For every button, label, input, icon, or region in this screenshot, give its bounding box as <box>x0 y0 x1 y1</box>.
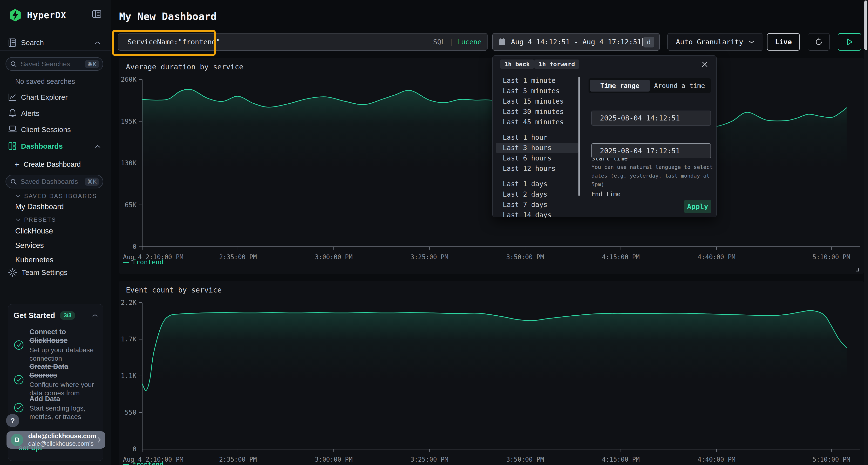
task-title: Connect to ClickHouse <box>29 328 67 344</box>
preset-dashboard-item[interactable]: Services <box>15 240 54 251</box>
tab-time-range[interactable]: Time range <box>590 80 650 92</box>
time-range-option[interactable]: Last 2 days <box>496 189 579 199</box>
time-range-value: Aug 4 14:12:51 - Aug 4 17:12:51 <box>511 38 641 46</box>
panel-resize-handle[interactable] <box>855 267 859 272</box>
time-range-option[interactable]: Last 5 minutes <box>496 86 579 96</box>
sidebar-item-client-sessions[interactable]: Client Sessions <box>0 123 111 137</box>
chart-legend[interactable]: frontend <box>123 258 163 266</box>
shift-back-button[interactable]: 1h back <box>500 60 534 69</box>
time-range-option[interactable]: Last 1 days <box>496 179 579 189</box>
saved-dashboards-search[interactable]: ⌘K <box>5 175 103 189</box>
sidebar-item-team-settings[interactable]: Team Settings <box>0 266 111 279</box>
query-input[interactable] <box>118 38 433 46</box>
task-desc: Set up your database connection <box>29 346 97 363</box>
close-icon[interactable] <box>701 61 709 68</box>
time-range-option[interactable]: Last 1 minute <box>496 75 579 86</box>
svg-text:4:15:00 PM: 4:15:00 PM <box>602 456 640 463</box>
calendar-icon <box>498 38 506 46</box>
logo-row: HyperDX <box>9 9 66 22</box>
page-scrollbar-thumb[interactable] <box>864 0 867 50</box>
time-range-option[interactable]: Last 12 hours <box>496 163 579 174</box>
chevron-up-icon <box>92 314 98 317</box>
tab-around-a-time[interactable]: Around a time <box>650 80 710 92</box>
section-presets[interactable]: PRESETS <box>16 217 56 223</box>
create-dashboard-button[interactable]: + Create Dashboard <box>14 159 106 170</box>
list-scrollbar-thumb[interactable] <box>579 77 580 196</box>
svg-text:3:50:00 PM: 3:50:00 PM <box>506 254 544 261</box>
svg-text:195K: 195K <box>121 118 137 125</box>
get-started-badge: 3/3 <box>60 311 75 320</box>
saved-searches-search[interactable]: ⌘K <box>5 57 103 71</box>
chart-panel-events: Event count by service 2.2K1.7K1.1K5500A… <box>119 281 864 465</box>
saved-dashboard-item[interactable]: My Dashboard <box>15 202 64 211</box>
svg-text:5:10:00 PM: 5:10:00 PM <box>812 456 850 463</box>
legend-swatch <box>123 262 129 263</box>
sidebar-item-label: Dashboards <box>21 142 63 150</box>
sidebar-item-dashboards[interactable]: Dashboards <box>0 139 111 154</box>
play-button[interactable] <box>838 33 861 51</box>
preset-dashboard-item[interactable]: ClickHouse <box>15 226 54 236</box>
dashboards-icon <box>8 142 17 150</box>
svg-text:2:35:00 PM: 2:35:00 PM <box>219 456 257 463</box>
get-started-title: Get Started <box>13 311 55 320</box>
preset-dashboard-item[interactable]: Kubernetes <box>15 255 54 265</box>
live-label: Live <box>775 38 792 46</box>
time-range-option[interactable]: Last 1 hour <box>496 132 579 143</box>
events-chart-canvas[interactable]: 2.2K1.7K1.1K5500Aug 4 2:10:00 PM2:35:00 … <box>119 281 864 465</box>
granularity-select[interactable]: Auto Granularity <box>668 33 763 51</box>
time-range-option[interactable]: Last 15 minutes <box>496 96 579 106</box>
time-range-option[interactable]: Last 14 days <box>496 210 579 218</box>
hint-line: dates (e.g. yesterday, last monday at <box>591 173 710 179</box>
plus-icon: + <box>14 160 19 168</box>
time-range-option[interactable]: Last 45 minutes <box>496 117 579 127</box>
saved-dashboards-input[interactable] <box>21 178 85 186</box>
sidebar-item-chart-explorer[interactable]: Chart Explorer <box>0 90 111 104</box>
app-title: HyperDX <box>27 10 66 21</box>
chart-legend[interactable]: frontend <box>123 461 163 465</box>
sidebar-item-search[interactable]: Search <box>0 35 111 50</box>
svg-text:3:00:00 PM: 3:00:00 PM <box>315 254 353 261</box>
refresh-icon <box>814 37 824 46</box>
presets-list: ClickHouseServicesKubernetes <box>15 226 54 265</box>
user-email: dale@clickhouse.com <box>28 432 96 440</box>
time-range-option[interactable]: Last 6 hours <box>496 153 579 163</box>
chevron-up-icon <box>94 144 101 148</box>
create-dashboard-label: Create Dashboard <box>24 161 81 168</box>
chevron-down-icon <box>748 40 755 44</box>
saved-searches-input[interactable] <box>21 60 85 68</box>
help-label: ? <box>10 417 15 425</box>
time-range-option[interactable]: Last 3 hours <box>496 143 579 153</box>
get-started-task[interactable]: Add DataStart sending logs, metrics, or … <box>13 394 98 421</box>
legend-label: frontend <box>132 461 163 465</box>
play-icon <box>846 38 853 46</box>
gear-icon <box>8 268 17 277</box>
task-check-icon <box>13 340 24 350</box>
duration-chart-canvas[interactable]: 260K195K130K65K0Aug 4 2:10:00 PM2:35:00 … <box>119 58 864 274</box>
get-started-task[interactable]: Connect to ClickHouseSet up your databas… <box>13 327 98 363</box>
end-time-input[interactable] <box>591 143 711 158</box>
get-started-header[interactable]: Get Started 3/3 <box>13 311 98 320</box>
live-button[interactable]: Live <box>767 33 800 51</box>
time-range-option[interactable]: Last 30 minutes <box>496 106 579 117</box>
sql-toggle[interactable]: SQL <box>433 38 445 46</box>
time-range-option[interactable]: Last 7 days <box>496 199 579 210</box>
section-saved-dashboards[interactable]: SAVED DASHBOARDS <box>16 193 97 199</box>
lucene-toggle[interactable]: Lucene <box>457 38 482 46</box>
user-menu[interactable]: D dale@clickhouse.com dale@clickhouse.co… <box>6 431 105 449</box>
apply-button[interactable]: Apply <box>684 200 711 213</box>
bell-icon <box>8 108 17 118</box>
get-started-task[interactable]: Create Data SourcesConfigure where your … <box>13 362 98 397</box>
legend-label: frontend <box>132 258 163 266</box>
time-range-input[interactable]: Aug 4 14:12:51 - Aug 4 17:12:51 d <box>492 33 660 51</box>
sidebar-item-alerts[interactable]: Alerts <box>0 106 111 121</box>
refresh-button[interactable] <box>808 33 830 51</box>
shift-forward-button[interactable]: 1h forward <box>534 60 579 69</box>
help-button[interactable]: ? <box>6 414 19 427</box>
svg-text:2.2K: 2.2K <box>121 299 137 306</box>
start-time-input[interactable] <box>591 110 711 126</box>
user-org: dale@clickhouse.com's <box>28 440 96 447</box>
sidebar-collapse-icon[interactable] <box>92 10 101 18</box>
task-desc: Start sending logs, metrics, or traces <box>29 404 97 421</box>
shift-forward-label: 1h forward <box>539 61 575 68</box>
task-title: Add Data <box>29 395 60 403</box>
